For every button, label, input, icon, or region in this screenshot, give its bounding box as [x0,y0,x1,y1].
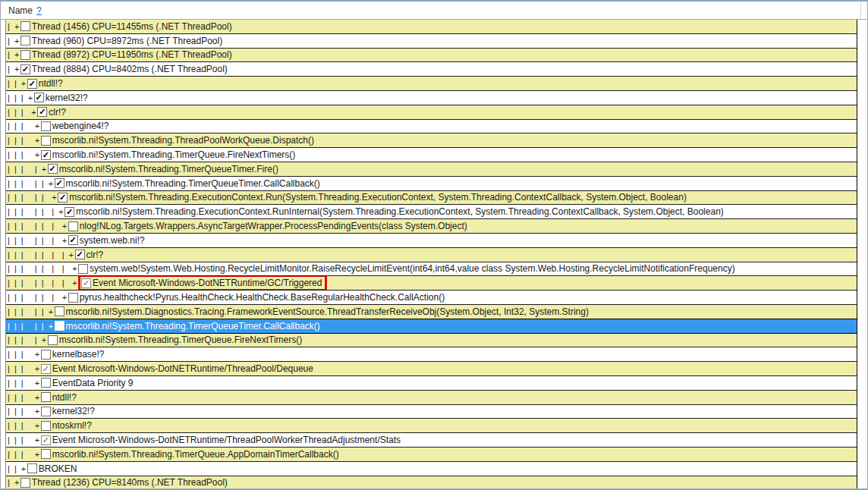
tree-row[interactable]: | +Thread (1236) CPU=8140ms (.NET Thread… [6,476,857,489]
tree-expander[interactable]: | | | + [8,378,41,388]
row-checkbox[interactable] [41,378,51,388]
tree-row[interactable]: | | | | +mscorlib.ni!System.Threading.Ti… [6,334,857,348]
row-checkbox[interactable] [41,449,51,459]
row-checkbox[interactable] [20,21,30,31]
row-checkbox[interactable] [41,121,51,131]
tree-expander[interactable]: | | | | | | + [8,207,64,216]
tree-row[interactable]: | | | +kernel32!? [6,405,857,419]
row-checkbox[interactable] [41,350,51,360]
tree-expander[interactable]: | | | + [8,450,41,459]
tree-expander[interactable]: | + [8,64,20,74]
tree-expander[interactable]: | | | | | + [8,307,55,316]
tree-row[interactable]: | | | +✓mscorlib.ni!System.Threading.Tim… [6,148,857,162]
tree-row[interactable]: | | | | | | | +✓clr!? [6,248,857,262]
tree-row[interactable]: | +Thread (960) CPU=8972ms (.NET ThreadP… [6,34,857,49]
tree-expander[interactable]: | | | + [8,407,41,416]
tree-row[interactable]: | +Thread (8972) CPU=11950ms (.NET Threa… [6,49,857,63]
row-checkbox[interactable]: ✓ [20,64,30,74]
tree-row[interactable]: | | | +✓kernel32!? [6,91,857,105]
tree-row[interactable]: | | | | | | | +✓Event Microsoft-Windows-… [6,276,857,291]
row-checkbox[interactable]: ✓ [41,364,51,374]
tree-row[interactable]: | | | +✓clr!? [6,105,857,120]
tree-row[interactable]: | | +BROKEN [6,462,857,476]
tree-expander[interactable]: | | | | | | | + [8,264,78,273]
row-checkbox[interactable]: ✓ [75,250,85,259]
row-checkbox[interactable] [55,306,64,316]
calltree-rows[interactable]: | +Thread (1456) CPU=11455ms (.NET Threa… [5,20,857,488]
tree-row[interactable]: | | | +✓Event Microsoft-Windows-DotNETRu… [6,362,857,376]
tree-expander[interactable]: | + [8,36,20,46]
tree-row[interactable]: | | | | | +✓mscorlib.ni!System.Threading… [6,191,857,206]
row-checkbox[interactable]: ✓ [34,93,44,102]
tree-row[interactable]: | | | | | +✓mscorlib.ni!System.Threading… [6,177,857,191]
tree-expander[interactable]: | | | + [8,393,41,402]
row-checkbox[interactable]: ✓ [27,79,37,89]
tree-expander[interactable]: | | | | | + [8,322,55,331]
tree-expander[interactable]: | | | | | | + [8,221,68,231]
tree-expander[interactable]: | | | | | | | + [8,250,75,259]
tree-row[interactable]: | | | | +✓mscorlib.ni!System.Threading.T… [6,162,857,177]
tree-row[interactable]: | | | | | | +nlog!NLog.Targets.Wrappers.… [6,219,857,234]
row-checkbox[interactable]: ✓ [81,278,91,288]
row-checkbox[interactable] [68,293,78,303]
row-checkbox[interactable] [78,264,88,274]
tree-row[interactable]: | | | | | | +pyrus.healthcheck!Pyrus.Hea… [6,291,857,305]
row-checkbox[interactable] [41,421,51,431]
row-checkbox[interactable] [20,50,30,60]
tree-row[interactable]: | | | +EventData Priority 9 [6,376,857,391]
tree-expander[interactable]: | | | + [8,121,41,130]
row-checkbox[interactable] [41,136,51,146]
tree-expander[interactable]: | | | + [8,150,41,159]
tree-row-selected[interactable]: | | | | | +mscorlib.ni!System.Threading.… [6,319,857,334]
tree-expander[interactable]: | | | + [8,93,34,102]
tree-expander[interactable]: | | | | | + [8,179,55,188]
row-checkbox[interactable]: ✓ [41,435,51,445]
tree-row[interactable]: | | | +mscorlib.ni!System.Threading.Thre… [6,133,857,148]
tree-expander[interactable]: | | | + [8,421,41,430]
tree-expander[interactable]: | + [8,50,20,59]
row-checkbox[interactable]: ✓ [64,207,74,217]
tree-row[interactable]: | | +✓ntdll!? [6,77,857,91]
tree-expander[interactable]: | | + [8,464,27,473]
tree-row[interactable]: | +Thread (1456) CPU=11455ms (.NET Threa… [6,20,857,34]
help-link[interactable]: ? [36,5,42,16]
tree-row[interactable]: | | | | | | +✓system.web.ni!? [6,234,857,248]
tree-row[interactable]: | | | +ntdll!? [6,391,857,405]
row-checkbox[interactable]: ✓ [55,178,64,188]
row-checkbox[interactable] [41,407,51,416]
tree-row[interactable]: | | | +ntoskrnl!? [6,419,857,433]
tree-row[interactable]: | | | +webengine4!? [6,120,857,134]
tree-expander[interactable]: | | | | | | | + [8,278,78,287]
row-checkbox[interactable] [41,392,51,402]
row-checkbox[interactable] [55,321,64,331]
tree-expander[interactable]: | | | + [8,364,41,373]
tree-row[interactable]: | | | | | | +✓mscorlib.ni!System.Threadi… [6,205,857,219]
tree-expander[interactable]: | | | | + [8,165,48,174]
row-checkbox[interactable]: ✓ [41,150,51,160]
tree-row[interactable]: | | | +mscorlib.ni!System.Threading.Time… [6,448,857,462]
tree-expander[interactable]: | + [8,22,20,31]
tree-expander[interactable]: | | | + [8,350,41,359]
tree-expander[interactable]: | | | + [8,435,41,444]
tree-expander[interactable]: | | | | | | + [8,236,68,245]
tree-expander[interactable]: | | + [8,79,27,88]
tree-row[interactable]: | | | | | +mscorlib.ni!System.Diagnostic… [6,305,857,319]
row-checkbox[interactable]: ✓ [68,235,78,245]
tree-row[interactable]: | | | | | | | +system.web!System.Web.Hos… [6,262,857,277]
row-checkbox[interactable]: ✓ [48,164,58,174]
tree-expander[interactable]: | | | | | | + [8,293,68,302]
tree-expander[interactable]: | | | + [8,136,41,145]
tree-expander[interactable]: | | | + [8,108,37,117]
tree-row[interactable]: | | | +kernelbase!? [6,347,857,362]
row-checkbox[interactable]: ✓ [58,193,68,203]
row-checkbox[interactable] [48,335,58,345]
row-checkbox[interactable] [20,36,30,46]
row-checkbox[interactable] [27,463,37,473]
tree-expander[interactable]: | | | | + [8,335,48,344]
row-checkbox[interactable]: ✓ [37,107,47,117]
tree-row[interactable]: | | | +✓Event Microsoft-Windows-DotNETRu… [6,433,857,448]
tree-expander[interactable]: | | | | | + [8,193,58,202]
tree-row[interactable]: | +✓Thread (8884) CPU=8402ms (.NET Threa… [6,62,857,77]
row-checkbox[interactable] [20,478,30,488]
tree-expander[interactable]: | + [8,478,20,487]
